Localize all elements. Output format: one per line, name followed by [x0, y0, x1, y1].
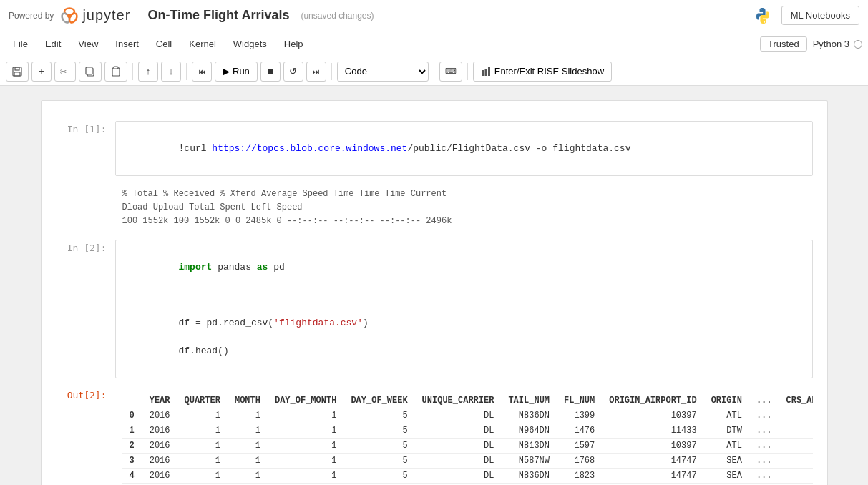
copy-button[interactable] — [79, 62, 102, 82]
cell-1-code[interactable]: !curl https://topcs.blob.core.windows.ne… — [116, 122, 812, 175]
row-idx-4: 4 — [122, 468, 142, 483]
dataframe-table: YEAR QUARTER MONTH DAY_OF_MONTH DAY_OF_W… — [122, 393, 813, 484]
add-cell-button[interactable]: + — [31, 62, 52, 82]
cell-carrier-1: DL — [415, 423, 502, 438]
svg-rect-5 — [15, 67, 19, 70]
cell-1[interactable]: In [1]: !curl https://topcs.blob.core.wi… — [42, 118, 827, 179]
cell-carrier-2: DL — [415, 438, 502, 453]
fast-forward-icon: ⏭ — [312, 67, 320, 76]
df-col-crs: CRS_ARR_ — [779, 393, 813, 408]
plus-icon: + — [39, 66, 44, 77]
stop-button[interactable]: ■ — [260, 62, 281, 82]
table-row: 1 2016 1 1 1 5 DL N964DN 1476 11433 DTW — [122, 423, 813, 438]
url-part2: /public/FlightData.csv -o flightdata.csv — [407, 143, 630, 154]
rise-button[interactable]: Enter/Exit RISE Slideshow — [473, 62, 612, 82]
cell-aid-0: 10397 — [602, 408, 703, 423]
toolbar-separator-2 — [186, 63, 187, 80]
menu-edit[interactable]: Edit — [38, 36, 68, 52]
cell-dow-0: 5 — [343, 408, 414, 423]
svg-rect-9 — [86, 67, 92, 74]
curl-cmd: curl — [184, 143, 212, 154]
menu-insert[interactable]: Insert — [108, 36, 146, 52]
curl-output-content: % Total % Received % Xferd Average Speed… — [115, 185, 813, 232]
df-col-day-week: DAY_OF_WEEK — [343, 393, 414, 408]
move-up-button[interactable]: ↑ — [138, 62, 158, 82]
cell-2-label: In [2]: — [58, 240, 115, 253]
cell-year-0: 2016 — [142, 408, 177, 423]
svg-rect-14 — [488, 67, 490, 76]
scissors-icon: ✂ — [60, 67, 70, 77]
cell-fl-0: 1399 — [557, 408, 602, 423]
cell-m-1: 1 — [228, 423, 268, 438]
cell-aid-4: 14747 — [602, 468, 703, 483]
toolbar-separator-3 — [331, 63, 332, 80]
row-idx-3: 3 — [122, 453, 142, 468]
menu-cell[interactable]: Cell — [149, 36, 179, 52]
menu-help[interactable]: Help — [277, 36, 311, 52]
paste-button[interactable] — [104, 62, 127, 82]
cell-ell-0: ... — [749, 408, 779, 423]
toolbar: + ✂ ↑ ↓ ⏮ ▶ Run ■ ↺ ⏭ Code Markdown Raw … — [0, 57, 868, 86]
svg-rect-10 — [112, 68, 120, 76]
fast-back-button[interactable]: ⏮ — [192, 62, 212, 82]
powered-by-text: Powered by — [9, 11, 54, 21]
save-button[interactable] — [6, 62, 29, 82]
cell-crs-4 — [779, 468, 813, 483]
header-right: ML Notebooks — [751, 4, 859, 27]
ml-notebooks-button[interactable]: ML Notebooks — [781, 6, 859, 25]
cell-ell-1: ... — [749, 423, 779, 438]
menu-widgets[interactable]: Widgets — [226, 36, 274, 52]
cell-2-out-content: YEAR QUARTER MONTH DAY_OF_MONTH DAY_OF_W… — [115, 387, 813, 485]
menu-kernel[interactable]: Kernel — [182, 36, 223, 52]
trusted-button[interactable]: Trusted — [760, 36, 807, 52]
svg-text:✂: ✂ — [60, 67, 67, 76]
import-keyword: import — [179, 262, 213, 273]
cell-2[interactable]: In [2]: import pandas as pd df = pd.read… — [42, 237, 827, 381]
jupyter-icon — [59, 6, 79, 26]
filename-str: 'flightdata.csv' — [273, 318, 363, 328]
cell-1-content[interactable]: !curl https://topcs.blob.core.windows.ne… — [115, 121, 813, 176]
move-down-button[interactable]: ↓ — [161, 62, 181, 82]
cell-m-0: 1 — [228, 408, 268, 423]
fast-back-icon: ⏮ — [198, 67, 206, 76]
toolbar-separator-1 — [132, 63, 133, 80]
as-keyword: as — [257, 262, 268, 273]
copy-icon — [84, 66, 96, 77]
cell-q-4: 1 — [177, 468, 228, 483]
cell-2-content[interactable]: import pandas as pd df = pd.read_csv('fl… — [115, 240, 813, 378]
menu-bar: File Edit View Insert Cell Kernel Widget… — [0, 31, 868, 57]
cell-2-code[interactable]: import pandas as pd df = pd.read_csv('fl… — [116, 240, 812, 378]
keyboard-shortcut-button[interactable]: ⌨ — [439, 62, 462, 82]
restart-button[interactable]: ↺ — [283, 62, 303, 82]
notebook-container: In [1]: !curl https://topcs.blob.core.wi… — [41, 100, 828, 485]
run-button[interactable]: ▶ Run — [215, 62, 258, 82]
cell-fl-1: 1476 — [557, 423, 602, 438]
cell-tail-1: N964DN — [501, 423, 557, 438]
cell-ell-2: ... — [749, 438, 779, 453]
df-col-ellipsis: ... — [749, 393, 779, 408]
cell-m-2: 1 — [228, 438, 268, 453]
dataframe-wrapper[interactable]: YEAR QUARTER MONTH DAY_OF_MONTH DAY_OF_W… — [115, 387, 813, 485]
cell-dow-3: 5 — [343, 453, 414, 468]
cell-orig-2: ATL — [704, 438, 749, 453]
notebook-title[interactable]: On-Time Flight Arrivals — [147, 8, 289, 23]
df-col-carrier: UNIQUE_CARRIER — [415, 393, 502, 408]
menu-view[interactable]: View — [71, 36, 105, 52]
df-col-tail: TAIL_NUM — [501, 393, 557, 408]
cell-crs-0 — [779, 408, 813, 423]
curl-data: 100 1552k 100 1552k 0 0 2485k 0 --:--:--… — [122, 215, 806, 228]
cell-2-output: Out[2]: YEAR QUARTER MONTH DAY_OF_MONTH … — [42, 384, 827, 485]
fast-forward-button[interactable]: ⏭ — [306, 62, 326, 82]
cell-dom-0: 1 — [268, 408, 343, 423]
cut-button[interactable]: ✂ — [54, 62, 76, 82]
cell-dow-4: 5 — [343, 468, 414, 483]
keyboard-icon: ⌨ — [445, 67, 457, 76]
menu-file[interactable]: File — [6, 36, 35, 52]
df-col-month: MONTH — [228, 393, 268, 408]
row-idx-0: 0 — [122, 408, 142, 423]
table-row: 4 2016 1 1 1 5 DL N836DN 1823 14747 SEA — [122, 468, 813, 483]
cell-tail-0: N836DN — [501, 408, 557, 423]
kernel-info: Python 3 — [813, 39, 862, 49]
cell-type-select[interactable]: Code Markdown Raw NBConvert Heading — [337, 62, 429, 82]
cell-ell-3: ... — [749, 453, 779, 468]
